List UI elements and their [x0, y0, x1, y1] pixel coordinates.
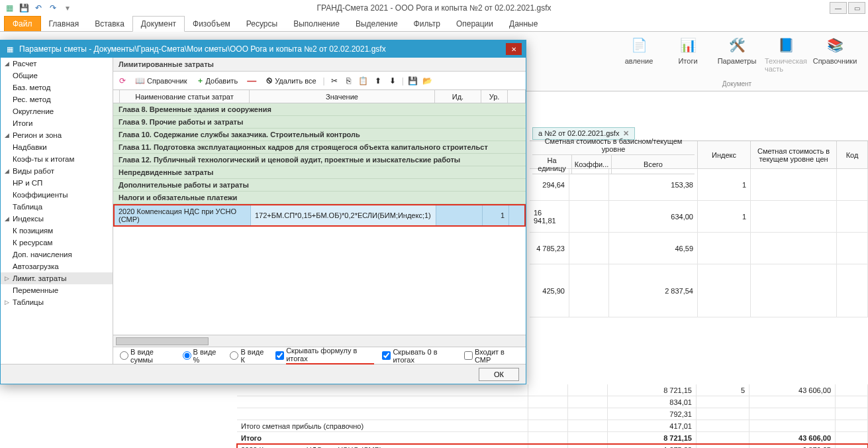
paste-icon[interactable]: 📋 — [358, 76, 369, 86]
summary-row[interactable]: Итого сметная прибыль (справочно)417,01 — [237, 420, 868, 432]
move-up-icon[interactable]: ⬆ — [373, 76, 383, 86]
tab-operations[interactable]: Операции — [448, 17, 501, 31]
list-group-row[interactable]: Глава 11. Подготовка эксплуатационных ка… — [113, 141, 526, 154]
tree-vidy[interactable]: ◢Виды работ — [1, 165, 113, 177]
scrollbar-thumb[interactable] — [116, 337, 209, 345]
tab-selection[interactable]: Выделение — [348, 17, 406, 31]
tree-res[interactable]: Рес. метод — [1, 93, 113, 105]
save-icon[interactable]: 💾 — [19, 3, 29, 13]
list-group-row[interactable]: Глава 12. Публичный технологический и це… — [113, 154, 526, 166]
tree-round[interactable]: Округление — [1, 105, 113, 117]
tab-resources[interactable]: Ресурсы — [238, 17, 285, 31]
summary-row[interactable]: 834,01 — [237, 396, 868, 408]
tree-common[interactable]: Общие — [1, 70, 113, 82]
list-group-row[interactable]: Непредвиденные затраты — [113, 166, 526, 179]
horizontal-scrollbar[interactable] — [113, 335, 526, 347]
summary-row-total[interactable]: Итого8 721,1543 606,00 — [237, 432, 868, 444]
undo-icon[interactable]: ↶ — [33, 3, 44, 13]
tab-data[interactable]: Данные — [501, 17, 546, 31]
ok-button[interactable]: ОК — [479, 368, 519, 381]
tree-indexes[interactable]: ◢Индексы — [1, 213, 113, 225]
summary-row-highlighted[interactable]: 2020 Компенсация НДС при УСНО (СМР)1 375… — [237, 444, 868, 448]
tree-kpoz[interactable]: К позициям — [1, 225, 113, 237]
tree-koef[interactable]: Коэффициенты — [1, 189, 113, 201]
list-group-row[interactable]: Дополнительные работы и затраты — [113, 179, 526, 192]
dialog-title-bar[interactable]: ▦ Параметры сметы - Документы\Гранд-Смет… — [1, 40, 526, 58]
cut-icon[interactable]: ✂ — [329, 76, 340, 86]
app-title: ГРАНД-Смета 2021 - ООО Рога и копыта №2 … — [316, 3, 551, 13]
list-group-row[interactable]: Глава 8. Временные здания и сооружения — [113, 103, 526, 116]
col-level[interactable]: Ур. — [481, 90, 508, 103]
sel-value[interactable]: 172+БМ.СП*0,15+БМ.ОБ)*0,2*ЕСЛИ(БИМ;Индек… — [251, 205, 436, 225]
tree-auto[interactable]: Автозагрузка — [1, 260, 113, 272]
tab-filter[interactable]: Фильтр — [406, 17, 448, 31]
tab-document[interactable]: Документ — [132, 16, 185, 32]
redo-icon[interactable]: ↷ — [48, 3, 58, 13]
minimize-button[interactable]: — — [830, 2, 847, 14]
grid-row[interactable]: 4 785,2346,59 — [530, 233, 868, 264]
col-group-header: Сметная стоимость в базисном/текущем уро… — [530, 141, 698, 169]
col-current[interactable]: Сметная стоимость в текущем уровне цен — [751, 141, 837, 169]
tab-execution[interactable]: Выполнение — [285, 17, 348, 31]
opt-hide-formula[interactable]: Скрывать формулу в итогах — [275, 347, 374, 364]
col-id[interactable]: Ид. — [435, 90, 481, 103]
book-icon: 📘 — [775, 34, 796, 56]
opt-hide-zero[interactable]: Скрывать 0 в итогах — [382, 348, 456, 364]
tab-insert[interactable]: Вставка — [87, 17, 132, 31]
list-selected-row[interactable]: 2020 Компенсация НДС при УСНО (СМР) 172+… — [113, 204, 526, 227]
grid-row[interactable]: 294,64153,381 — [530, 169, 868, 201]
opt-pct[interactable]: В виде % — [183, 348, 222, 364]
tree-calc[interactable]: ◢Расчет — [1, 58, 113, 70]
list-group-row[interactable]: Глава 10. Содержание службы заказчика. С… — [113, 129, 526, 141]
ribbon-itogi-button[interactable]: 📊Итоги — [668, 34, 708, 73]
qat-dropdown-icon[interactable]: ▾ — [62, 3, 73, 13]
tree-koef-it[interactable]: Коэф-ты к итогам — [1, 153, 113, 165]
copy-icon[interactable]: ⎘ — [344, 76, 354, 86]
dialog-close-button[interactable]: ✕ — [506, 43, 522, 55]
sel-id[interactable] — [436, 205, 483, 225]
opt-sum[interactable]: В виде суммы — [120, 348, 175, 364]
tab-phys[interactable]: Физобъем — [185, 17, 238, 31]
tree-baz[interactable]: Баз. метод — [1, 82, 113, 93]
save-icon[interactable]: 💾 — [408, 76, 418, 86]
tree-tabls[interactable]: ▷Таблицы — [1, 296, 113, 308]
tree-itogi[interactable]: Итоги — [1, 117, 113, 129]
opt-k[interactable]: В виде К — [230, 348, 267, 364]
opt-smr[interactable]: Входит в СМР — [464, 348, 519, 364]
summary-row[interactable]: 8 721,15543 606,00 — [237, 384, 868, 396]
sel-name[interactable]: 2020 Компенсация НДС при УСНО (СМР) — [115, 205, 251, 225]
list-group-row[interactable]: Налоги и обязательные платежи — [113, 192, 526, 204]
toolbar-add[interactable]: ＋Добавить — [194, 74, 241, 87]
col-name[interactable]: Наименование статьи затрат — [120, 90, 250, 103]
ribbon-sprav-button[interactable]: 📚Справочники — [815, 34, 855, 73]
grid-row[interactable]: 16 941,81634,001 — [530, 201, 868, 233]
ribbon-params-button[interactable]: 🛠️Параметры — [717, 34, 757, 73]
tree-kres[interactable]: К ресурсам — [1, 237, 113, 249]
toolbar-sprav[interactable]: 📖Справочник — [132, 74, 190, 87]
col-index[interactable]: Индекс — [698, 141, 751, 169]
open-icon[interactable]: 📂 — [422, 76, 433, 86]
summary-row[interactable]: 792,31 — [237, 408, 868, 420]
table-icon: 📊 — [677, 34, 699, 56]
tree-nrsp[interactable]: НР и СП — [1, 177, 113, 189]
tab-main[interactable]: Главная — [41, 17, 87, 31]
tree-tabl[interactable]: Таблица — [1, 201, 113, 213]
col-value[interactable]: Значение — [250, 90, 435, 103]
tab-file[interactable]: Файл — [4, 16, 41, 31]
tree-region[interactable]: ◢Регион и зона — [1, 129, 113, 141]
toolbar-delete-all[interactable]: 🛇Удалить все — [263, 76, 318, 86]
minus-icon[interactable]: — — [247, 76, 256, 86]
ribbon-oglav-button[interactable]: 📄авление — [619, 34, 659, 73]
tree-dopn[interactable]: Доп. начисления — [1, 249, 113, 260]
tree-perem[interactable]: Переменные — [1, 284, 113, 296]
summary-rows: 8 721,15543 606,00 834,01 792,31 Итого с… — [237, 384, 868, 448]
move-down-icon[interactable]: ⬇ — [387, 76, 398, 86]
col-kod[interactable]: Код — [837, 141, 868, 169]
grid-row[interactable]: 425,902 837,54 — [530, 264, 868, 317]
list-group-row[interactable]: Глава 9. Прочие работы и затраты — [113, 116, 526, 129]
sel-level[interactable]: 1 — [483, 205, 509, 225]
refresh-icon[interactable]: ⟳ — [117, 76, 128, 86]
tree-nadbavki[interactable]: Надбавки — [1, 141, 113, 153]
maximize-button[interactable]: ▭ — [848, 2, 865, 14]
tree-limit[interactable]: ▷Лимит. затраты — [1, 272, 113, 284]
